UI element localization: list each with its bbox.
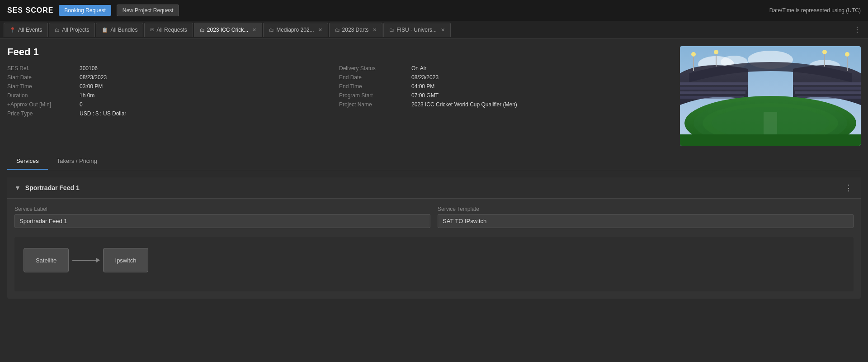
diagram-node-satellite[interactable]: Satellite [24,248,69,272]
value-startdate: 08/23/2023 [80,74,107,81]
label-pricetype: Price Type [7,110,80,117]
tab-services[interactable]: Services [7,153,48,170]
folder-icon-5: 🗂 [389,27,394,33]
tab-label: All Events [18,27,42,33]
svg-point-12 [822,50,827,54]
info-row-projectname: Project Name 2023 ICC Cricket World Cup … [339,101,671,108]
value-enddate: 08/23/2023 [411,74,439,81]
svg-point-8 [714,50,718,54]
svg-rect-13 [680,82,748,85]
main-content: Feed 1 SES Ref. 300106 Start Date 08/23/… [0,39,868,306]
service-name: Sportradar Feed 1 [25,184,80,191]
value-programstart: 07:00 GMT [411,92,439,99]
field-group-service-label: Service Label Sportradar Feed 1 [14,206,430,228]
list-icon: 📋 [102,27,108,33]
tab-all-requests[interactable]: ✉ All Requests [144,23,193,37]
tabs-more-button[interactable]: ⋮ [850,25,864,34]
service-fields: Service Label Sportradar Feed 1 Service … [14,206,854,228]
label-projectname: Project Name [339,101,411,108]
tabsbar: 📍 All Events 🗂 All Projects 📋 All Bundle… [0,21,868,39]
tab-label: 2023 Darts [342,27,369,33]
tab-all-bundles[interactable]: 📋 All Bundles [96,23,143,37]
tab-label: Mediapro 202... [276,27,314,33]
service-template-label: Service Template [438,206,854,212]
info-row-startdate: Start Date 08/23/2023 [7,74,339,81]
value-projectname: 2023 ICC Cricket World Cup Qualifier (Me… [411,101,517,108]
info-row-duration: Duration 1h 0m [7,92,339,99]
service-template-input[interactable]: SAT TO IPswitch [438,214,854,228]
value-deliverystatus: On Air [411,65,426,71]
svg-point-6 [691,52,696,57]
app-logo: SES SCORE [7,6,53,14]
tab-label: FISU - Univers... [396,27,437,33]
tab-fisu[interactable]: 🗂 FISU - Univers... ✕ [383,23,451,37]
svg-rect-17 [793,82,861,85]
label-deliverystatus: Delivery Status [339,65,411,71]
label-programstart: Program Start [339,92,411,99]
folder-icon-4: 🗂 [335,27,340,33]
topbar-left: SES SCORE Booking Request New Project Re… [7,5,179,16]
feed-info-right: Delivery Status On Air End Date 08/23/20… [339,65,671,117]
feed-info-left: SES Ref. 300106 Start Date 08/23/2023 St… [7,65,339,117]
info-row-starttime: Start Time 03:00 PM [7,83,339,90]
label-starttime: Start Time [7,83,80,90]
tab-darts[interactable]: 🗂 2023 Darts ✕ [329,23,383,37]
feed-info-grid: SES Ref. 300106 Start Date 08/23/2023 St… [7,65,671,117]
label-approxout: +Approx Out [Min] [7,101,80,108]
svg-rect-16 [680,96,744,99]
folder-icon: 🗂 [55,27,60,33]
tab-close-darts[interactable]: ✕ [373,27,377,33]
label-sesref: SES Ref. [7,65,80,71]
tab-takers-pricing[interactable]: Takers / Pricing [48,153,106,170]
info-row-pricetype: Price Type USD : $ : US Dollar [7,110,339,117]
value-endtime: 04:00 PM [411,83,434,90]
service-block: ▼ Sportradar Feed 1 ⋮ Service Label Spor… [7,177,861,299]
svg-rect-14 [680,87,747,90]
tab-label: 2023 ICC Crick... [207,27,248,33]
datetime-notice: Date/Time is represented using (UTC) [769,7,861,14]
info-row-programstart: Program Start 07:00 GMT [339,92,671,99]
value-duration: 1h 0m [80,92,94,99]
tab-label: All Requests [156,27,187,33]
value-pricetype: USD : $ : US Dollar [80,110,126,117]
value-approxout: 0 [80,101,83,108]
folder-icon-3: 🗂 [269,27,274,33]
info-row-endtime: End Time 04:00 PM [339,83,671,90]
tab-mediapro[interactable]: 🗂 Mediapro 202... ✕ [263,23,328,37]
tab-all-projects[interactable]: 🗂 All Projects [49,23,95,37]
new-project-button[interactable]: New Project Request [117,5,179,16]
info-row-enddate: End Date 08/23/2023 [339,74,671,81]
svg-rect-19 [795,91,861,94]
field-group-service-template: Service Template SAT TO IPswitch [438,206,854,228]
tab-close-fisu[interactable]: ✕ [441,27,445,33]
svg-rect-15 [680,91,745,94]
diagram-nodes: Satellite Ipswitch [24,248,844,272]
svg-rect-25 [764,112,777,134]
tab-label: All Bundles [110,27,137,33]
service-header: ▼ Sportradar Feed 1 ⋮ [7,177,861,199]
feed-detail: Feed 1 SES Ref. 300106 Start Date 08/23/… [7,46,671,117]
diagram-node-ipswitch[interactable]: Ipswitch [103,248,148,272]
pin-icon: 📍 [9,27,16,33]
svg-rect-18 [794,87,861,90]
label-startdate: Start Date [7,74,80,81]
mail-icon: ✉ [150,27,154,33]
tab-close-mediapro[interactable]: ✕ [318,27,322,33]
feed-title: Feed 1 [7,46,671,58]
svg-point-10 [845,52,849,57]
chevron-down-icon[interactable]: ▼ [14,184,21,191]
info-row-deliverystatus: Delivery Status On Air [339,65,671,71]
value-starttime: 03:00 PM [80,83,103,90]
info-row-sesref: SES Ref. 300106 [7,65,339,71]
tab-icc-cricket[interactable]: 🗂 2023 ICC Crick... ✕ [194,23,262,37]
service-header-left: ▼ Sportradar Feed 1 [14,184,80,191]
label-duration: Duration [7,92,80,99]
tab-all-events[interactable]: 📍 All Events [4,23,48,37]
folder-icon-2: 🗂 [200,27,205,33]
tab-close-icc[interactable]: ✕ [252,27,256,33]
service-more-button[interactable]: ⋮ [844,183,854,193]
service-label-input[interactable]: Sportradar Feed 1 [14,214,430,228]
diagram-area: Satellite Ipswitch [14,237,854,291]
booking-request-button[interactable]: Booking Request [59,5,111,16]
service-label-label: Service Label [14,206,430,212]
